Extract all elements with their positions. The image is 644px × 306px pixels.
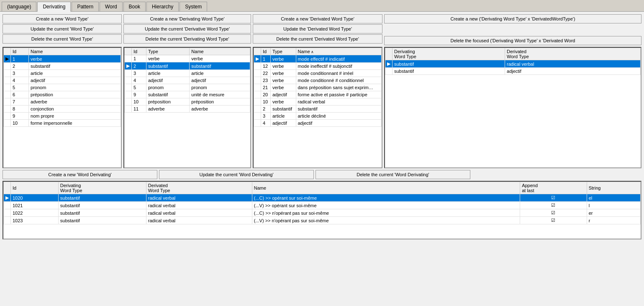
table-row[interactable]: 7 adverbe (4, 98, 121, 105)
table-row[interactable]: 12 verbe mode ineffectif # subjonctif (254, 63, 382, 70)
row-type: verbe (146, 55, 189, 62)
row-type: verbe (270, 84, 296, 91)
delete-word-derivating-button[interactable]: Delete the current 'Word Derivating' (316, 170, 470, 179)
row-derivating: substantif (58, 217, 146, 224)
table-row[interactable]: 10 verbe radical verbal (254, 98, 382, 105)
table-row[interactable]: 22 verbe mode conditionnant # irréel (254, 70, 382, 77)
delete-cross-type-button[interactable]: Delete the focused ('Derivating Word Typ… (384, 36, 641, 45)
table-row[interactable]: 1022 substantif radical verbal (...C) >>… (4, 209, 641, 217)
tab-book[interactable]: Book (123, 2, 146, 11)
table-row[interactable]: 4 adjectif adjectif (125, 77, 250, 84)
tab-system[interactable]: System (180, 2, 207, 11)
row-string: el (587, 194, 640, 202)
col2-type-header[interactable]: Type (146, 48, 189, 55)
create-deriv-word-type-button[interactable]: Create a new 'Derivating Word Type' (123, 14, 251, 23)
bottom-string-header[interactable]: String (587, 182, 640, 194)
row-derivated: radical verbal (146, 202, 252, 209)
col3-type-header[interactable]: Type (270, 48, 296, 55)
table-row[interactable]: substantif adjectif (385, 68, 641, 75)
row-name: dans préposition sans sujet exprim… (296, 84, 382, 91)
delete-deriv-word-type-button[interactable]: Delete the current 'Derivating Word Type… (123, 34, 251, 44)
table-row[interactable]: 4 adjectif adjectif (254, 120, 382, 127)
bottom-name-header[interactable]: Name (252, 182, 520, 194)
update-word-type-button[interactable]: Update the current 'Word Type' (3, 24, 122, 33)
row-indicator (254, 120, 261, 127)
table-row[interactable]: 2 substantif (4, 63, 121, 70)
table-row[interactable]: 11 adverbe adverbe (125, 105, 250, 113)
row-indicator: ▶ (385, 60, 393, 68)
table-row[interactable]: 4 adjectif (4, 77, 121, 84)
row-type: adjectif (146, 77, 189, 84)
table-row[interactable]: 5 pronom pronom (125, 84, 250, 91)
row-type: verbe (270, 63, 296, 70)
create-cross-type-button[interactable]: Create a new ('Derivating Word Type' x '… (384, 14, 641, 23)
table-row[interactable]: 5 pronom (4, 84, 121, 91)
update-deriv-word-type-button[interactable]: Update the current 'Derivative Word Type… (123, 24, 251, 33)
update-word-derivating-button[interactable]: Update the current 'Word Derivating' (159, 170, 314, 179)
table-row[interactable]: ▶ substantif radical verbal (385, 60, 641, 68)
row-indicator (254, 98, 261, 105)
table-row[interactable]: ▶ 1 verbe (4, 55, 121, 63)
row-name: adverbe (29, 98, 121, 105)
col4-derivated-header[interactable]: DerivatedWord Type (505, 48, 641, 60)
row-indicator (4, 77, 11, 84)
create-word-type-button[interactable]: Create a new 'Word Type' (3, 14, 122, 23)
row-derivated: radical verbal (146, 209, 252, 217)
table-row[interactable]: ▶ 1 verbe mode effectif # indicatif (254, 55, 382, 63)
bottom-derivating-header[interactable]: DerivatingWord Type (58, 182, 146, 194)
col3-name-header[interactable]: Name (296, 48, 382, 55)
row-type: article (146, 70, 189, 77)
table-row[interactable]: 10 forme impersonnelle (4, 120, 121, 127)
table-row[interactable]: 1021 substantif radical verbal (...V) >>… (4, 202, 641, 209)
update-derivated-word-type-button[interactable]: Update the 'Derivated Word Type' (253, 24, 382, 33)
col2-id-header[interactable]: Id (132, 48, 146, 55)
bottom-derivated-header[interactable]: DerivatedWord Type (146, 182, 252, 194)
row-name: article (190, 70, 250, 77)
table-row[interactable]: ▶ 1020 substantif radical verbal (...C) … (4, 194, 641, 202)
table-row[interactable]: 1 verbe verbe (125, 55, 250, 62)
tab-word[interactable]: Word (100, 2, 122, 11)
table-row[interactable]: 1023 substantif radical verbal (...V) >>… (4, 217, 641, 224)
row-indicator (254, 77, 261, 84)
row-id: 22 (261, 70, 271, 77)
row-indicator (254, 84, 261, 91)
row-derivating: substantif (58, 209, 146, 217)
table-row[interactable]: 8 conjonction (4, 105, 121, 113)
col1-id-header[interactable]: Id (11, 48, 29, 55)
delete-derivated-word-type-button[interactable]: Delete the current 'Derivated Word Type' (253, 34, 382, 44)
col4-derivating-header[interactable]: DerivatingWord Type (393, 48, 505, 60)
table-row[interactable]: 9 substantif unité de mesure (125, 91, 250, 98)
bottom-append-header[interactable]: Appendat last (520, 182, 587, 194)
table-row[interactable]: 3 article article décliné (254, 113, 382, 120)
row-id: 11 (132, 105, 146, 113)
row-id: 4 (261, 120, 271, 127)
row-name: préposition (29, 91, 121, 98)
table-row[interactable]: 23 verbe mode conditionné # conditionnel (254, 77, 382, 84)
tab-hierarchy[interactable]: Hierarchy (146, 2, 179, 11)
create-word-derivating-button[interactable]: Create a new 'Word Derivating' (3, 170, 157, 179)
row-derivated: adjectif (505, 68, 641, 75)
table-row[interactable]: 2 substantif substantif (254, 105, 382, 113)
row-id: 7 (11, 98, 29, 105)
col2-name-header[interactable]: Name (190, 48, 250, 55)
bottom-id-header[interactable]: Id (11, 182, 59, 194)
col3-id-header[interactable]: Id (261, 48, 271, 55)
tab-derivating[interactable]: Derivating (37, 2, 71, 12)
table-row[interactable]: 20 adjectif forme active et passive # pa… (254, 91, 382, 98)
table-row[interactable]: 10 préposition préposition (125, 98, 250, 105)
tab-pattern[interactable]: Pattern (72, 2, 99, 11)
table-row[interactable]: 3 article article (125, 70, 250, 77)
create-derivated-word-type-button[interactable]: Create a new 'Derivated Word Type' (253, 14, 382, 23)
row-id: 4 (132, 77, 146, 84)
table-row[interactable]: 6 préposition (4, 91, 121, 98)
col1-name-header[interactable]: Name (29, 48, 121, 55)
table-row[interactable]: ▶ 2 substantif substantif (125, 62, 250, 70)
table-row[interactable]: 9 nom propre (4, 113, 121, 120)
table-row[interactable]: 21 verbe dans préposition sans sujet exp… (254, 84, 382, 91)
delete-word-type-button[interactable]: Delete the current 'Word Type' (3, 34, 122, 44)
table-row[interactable]: 3 article (4, 70, 121, 77)
row-id: 5 (11, 84, 29, 91)
tab-language[interactable]: (language) (2, 2, 36, 11)
row-name: unité de mesure (190, 91, 250, 98)
col1-buttons: Create a new 'Word Type' Update the curr… (3, 14, 122, 45)
